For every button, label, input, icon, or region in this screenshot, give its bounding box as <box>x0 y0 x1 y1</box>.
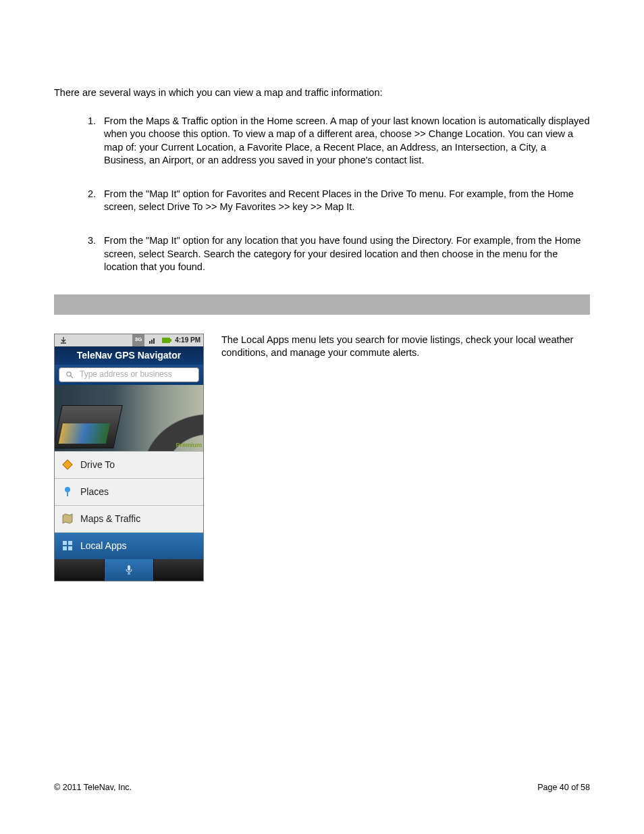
svg-rect-11 <box>63 546 67 550</box>
svg-rect-10 <box>68 541 72 545</box>
svg-rect-4 <box>170 339 171 342</box>
list-item: 1. From the Maps & Traffic option in the… <box>78 115 590 167</box>
signal-bars-icon <box>146 334 159 346</box>
svg-rect-0 <box>149 341 151 344</box>
menu-label: Maps & Traffic <box>80 513 140 525</box>
screenshot-row: 3G 4:19 PM TeleNav GPS Navigator Type ad… <box>54 334 590 581</box>
mic-icon <box>123 564 135 576</box>
svg-rect-13 <box>128 565 130 571</box>
map-icon <box>61 513 74 525</box>
menu-local-apps[interactable]: Local Apps <box>55 532 203 559</box>
apps-icon <box>61 540 74 552</box>
battery-icon <box>161 334 173 346</box>
search-input[interactable]: Type address or business <box>59 367 199 382</box>
section-divider <box>54 294 590 315</box>
premium-badge: Premium <box>176 441 202 449</box>
bottombar-mic[interactable] <box>105 559 155 581</box>
svg-rect-3 <box>162 338 170 343</box>
diamond-icon <box>61 459 74 471</box>
bottombar-right[interactable] <box>154 559 203 581</box>
signal-3g-icon: 3G <box>132 334 144 346</box>
list-number: 1. <box>78 115 96 167</box>
list-text: From the Maps & Traffic option in the Ho… <box>104 115 590 167</box>
svg-line-6 <box>71 376 73 378</box>
bottom-bar <box>55 559 203 581</box>
menu-label: Drive To <box>80 459 115 471</box>
page-number: Page 40 of 58 <box>537 782 590 793</box>
side-paragraph: The Local Apps menu lets you search for … <box>221 334 590 581</box>
app-title: TeleNav GPS Navigator <box>55 346 203 365</box>
list-text: From the "Map It" option for any locatio… <box>104 234 590 274</box>
intro-text: There are several ways in which you can … <box>54 86 590 100</box>
menu-places[interactable]: Places <box>55 478 203 505</box>
numbered-list: 1. From the Maps & Traffic option in the… <box>78 115 590 274</box>
bottombar-left[interactable] <box>55 559 105 581</box>
svg-point-5 <box>67 371 71 375</box>
pin-icon <box>61 486 74 498</box>
status-time: 4:19 PM <box>175 336 200 345</box>
phone-screenshot: 3G 4:19 PM TeleNav GPS Navigator Type ad… <box>54 334 204 581</box>
hero-image: Premium <box>55 385 203 451</box>
copyright: © 2011 TeleNav, Inc. <box>54 782 132 793</box>
status-bar: 3G 4:19 PM <box>55 334 203 346</box>
list-number: 2. <box>78 188 96 214</box>
search-placeholder: Type address or business <box>80 369 172 380</box>
menu-label: Local Apps <box>80 540 127 552</box>
svg-rect-1 <box>151 340 153 344</box>
svg-rect-2 <box>153 338 155 344</box>
download-icon <box>57 334 70 346</box>
svg-rect-7 <box>63 460 72 469</box>
svg-rect-12 <box>68 546 72 550</box>
list-number: 3. <box>78 234 96 274</box>
svg-rect-9 <box>63 541 67 545</box>
menu-drive-to[interactable]: Drive To <box>55 451 203 478</box>
menu-label: Places <box>80 486 109 498</box>
search-icon <box>63 369 76 381</box>
svg-point-8 <box>65 487 70 492</box>
search-row: Type address or business <box>55 365 203 385</box>
page-footer: © 2011 TeleNav, Inc. Page 40 of 58 <box>54 782 590 793</box>
list-item: 2. From the "Map It" option for Favorite… <box>78 188 590 214</box>
list-text: From the "Map It" option for Favorites a… <box>104 188 590 214</box>
list-item: 3. From the "Map It" option for any loca… <box>78 234 590 274</box>
menu-maps-traffic[interactable]: Maps & Traffic <box>55 505 203 532</box>
